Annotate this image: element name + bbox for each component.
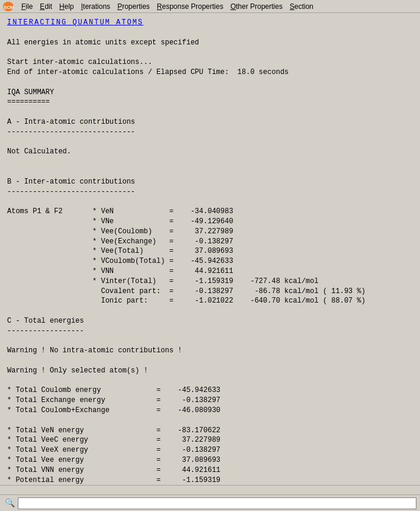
menu-section[interactable]: Section bbox=[286, 1, 317, 12]
content-line bbox=[7, 416, 413, 426]
content-line: * Vee(Total) = 37.089693 bbox=[7, 246, 413, 256]
menu-items: File Edit Help Iterations Properties Res… bbox=[18, 1, 317, 12]
content-line: All energies in atomic units except spec… bbox=[7, 38, 413, 48]
content-line: Warning ! No intra-atomic contributions … bbox=[7, 346, 413, 356]
content-area[interactable]: INTERACTING QUANTUM ATOMS All energies i… bbox=[0, 13, 420, 485]
main-container: INTERACTING QUANTUM ATOMS All energies i… bbox=[0, 13, 420, 485]
menu-edit[interactable]: Edit bbox=[36, 1, 56, 12]
content-line: * Total Coulomb+Exchange = -46.080930 bbox=[7, 406, 413, 416]
content-line: * Total VNN energy = 44.921611 bbox=[7, 465, 413, 475]
content-line bbox=[7, 336, 413, 346]
content-line: * Potential energy = -1.159319 bbox=[7, 475, 413, 485]
content-line bbox=[7, 356, 413, 366]
content-line: IQA SUMMARY bbox=[7, 88, 413, 98]
menu-properties[interactable]: Properties bbox=[114, 1, 153, 12]
content-line: Not Calculated. bbox=[7, 147, 413, 157]
content-line bbox=[7, 157, 413, 167]
content-line: * Total VeN energy = -83.170622 bbox=[7, 426, 413, 436]
horizontal-scrollbar[interactable] bbox=[0, 485, 420, 494]
content-line: C - Total energies bbox=[7, 316, 413, 326]
content-line: * Vinter(Total) = -1.159319 -727.48 kcal… bbox=[7, 277, 413, 287]
content-line bbox=[7, 78, 413, 88]
content-line bbox=[7, 47, 413, 57]
content-line: Atoms P1 & F2 * VeN = -34.040983 bbox=[7, 207, 413, 217]
content-line: * VNe = -49.129640 bbox=[7, 217, 413, 227]
content-lines: All energies in atomic units except spec… bbox=[7, 28, 413, 485]
content-line: * VNN = 44.921611 bbox=[7, 266, 413, 277]
content-line: ------------------ bbox=[7, 326, 413, 336]
menu-response-properties[interactable]: Response Properties bbox=[153, 1, 227, 12]
svg-text:SCM: SCM bbox=[4, 5, 14, 10]
menu-file[interactable]: File bbox=[18, 1, 36, 12]
content-line: Start inter-atomic calculations... bbox=[7, 57, 413, 68]
content-line: End of inter-atomic calculations / Elaps… bbox=[7, 68, 413, 78]
page-title[interactable]: INTERACTING QUANTUM ATOMS bbox=[7, 18, 143, 27]
content-line: B - Inter-atomic contributions bbox=[7, 177, 413, 187]
content-line bbox=[7, 197, 413, 207]
menu-other-properties[interactable]: Other Properties bbox=[227, 1, 286, 12]
content-line bbox=[7, 107, 413, 117]
hscroll-track bbox=[0, 486, 420, 494]
content-line: * Vee(Exchange) = -0.138297 bbox=[7, 237, 413, 247]
menu-iterations[interactable]: Iterations bbox=[78, 1, 114, 12]
content-line: ------------------------------ bbox=[7, 187, 413, 197]
content-line: * Vee(Coulomb) = 37.227989 bbox=[7, 227, 413, 237]
content-line: A - Intra-atomic contributions bbox=[7, 117, 413, 127]
content-line: Warning ! Only selected atom(s) ! bbox=[7, 366, 413, 376]
content-line: * Total Exchange energy = -0.138297 bbox=[7, 396, 413, 406]
search-input[interactable] bbox=[18, 497, 416, 509]
content-line bbox=[7, 28, 413, 38]
content-line bbox=[7, 137, 413, 147]
content-line bbox=[7, 306, 413, 316]
content-line: * Total Vee energy = 37.089693 bbox=[7, 455, 413, 465]
content-line: ------------------------------ bbox=[7, 127, 413, 137]
bottom-bar: 🔍 bbox=[0, 494, 420, 511]
content-line: ========== bbox=[7, 97, 413, 107]
menubar: SCM File Edit Help Iterations Properties… bbox=[0, 0, 420, 13]
search-icon[interactable]: 🔍 bbox=[4, 497, 15, 509]
content-line: * Total Coulomb energy = -45.942633 bbox=[7, 385, 413, 396]
content-line: Ionic part: = -1.021022 -640.70 kcal/mol… bbox=[7, 296, 413, 306]
app-logo: SCM bbox=[2, 1, 14, 12]
content-line bbox=[7, 167, 413, 177]
content-line: * Total VeeX energy = -0.138297 bbox=[7, 445, 413, 455]
content-line bbox=[7, 376, 413, 386]
content-line: Covalent part: = -0.138297 -86.78 kcal/m… bbox=[7, 287, 413, 297]
content-line: * VCoulomb(Total) = -45.942633 bbox=[7, 256, 413, 266]
menu-help[interactable]: Help bbox=[56, 1, 78, 12]
content-line: * Total VeeC energy = 37.227989 bbox=[7, 435, 413, 445]
